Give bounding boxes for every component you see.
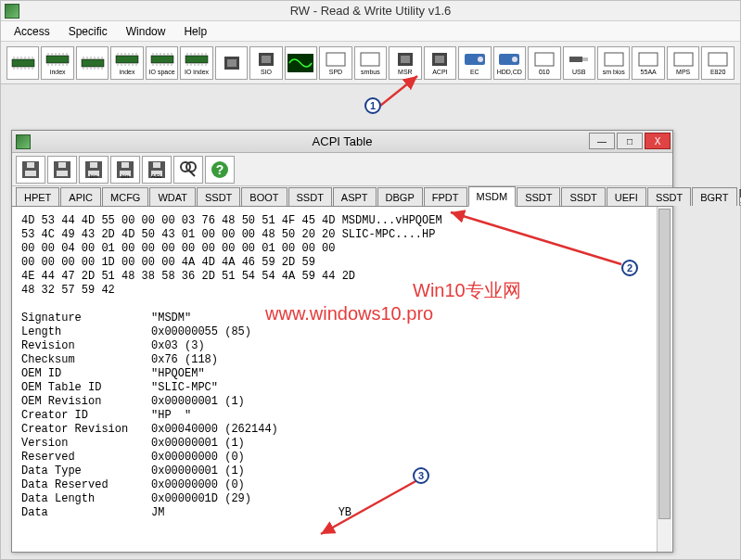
hex-line: 4E 44 47 2D 51 48 38 58 36 2D 51 54 54 4…	[21, 270, 663, 284]
index-icon[interactable]: index	[41, 46, 73, 80]
wave-icon[interactable]	[285, 46, 317, 80]
annotation-badge-2: 2	[621, 260, 638, 276]
io-index-icon[interactable]: IO index	[180, 46, 212, 80]
tab-boot[interactable]: BOOT	[241, 187, 287, 206]
ec-icon[interactable]: EC	[458, 46, 491, 80]
minimize-button[interactable]: —	[589, 133, 615, 149]
tab-fpdt[interactable]: FPDT	[424, 187, 467, 206]
smbios-icon[interactable]: sm bios	[597, 46, 630, 80]
menu-access[interactable]: Access	[6, 23, 57, 40]
app-title: RW - Read & Write Utility v1.6	[290, 4, 452, 18]
acpi-window-title: ACPI Table	[313, 134, 373, 148]
svg-rect-105	[709, 53, 727, 66]
field-row нow: Creator ID"HP "	[21, 409, 663, 423]
field-row нow: OEM Revision0x00000001 (1)	[21, 395, 663, 409]
menubar: Access Specific Window Help	[1, 21, 740, 42]
titlebar: RW - Read & Write Utility v1.6	[1, 1, 740, 21]
find-icon[interactable]	[173, 156, 203, 184]
tab-ssdt[interactable]: SSDT	[647, 187, 691, 206]
field-row нow: Revision0x03 (3)	[21, 339, 663, 353]
field-row нow: Creator Revision0x00040000 (262144)	[21, 423, 663, 437]
annotation-badge-3: 3	[413, 467, 429, 484]
annotation-badge-1: 1	[364, 97, 381, 114]
svg-rect-0	[12, 59, 34, 67]
app-icon	[5, 4, 19, 19]
svg-rect-89	[326, 53, 345, 66]
tab-aspt[interactable]: ASPT	[333, 187, 377, 206]
svg-rect-56	[151, 56, 173, 63]
e820-icon[interactable]: E820	[701, 46, 734, 80]
menu-specific[interactable]: Specific	[61, 23, 115, 40]
vertical-scrollbar[interactable]	[657, 207, 671, 552]
io-space-icon[interactable]: IO space	[146, 46, 178, 80]
hex-line: 4D 53 44 4D 55 00 00 00 03 76 48 50 51 4…	[21, 214, 663, 228]
mem2-icon[interactable]	[76, 46, 109, 80]
bin-all-icon[interactable]: bin	[110, 156, 140, 184]
tab-msdm[interactable]: MSDM	[468, 186, 517, 207]
spd-icon[interactable]: SPD	[319, 46, 351, 80]
save-icon[interactable]	[16, 156, 45, 184]
hdd-icon[interactable]: HDD,CD	[493, 46, 526, 80]
svg-rect-28	[82, 59, 104, 67]
field-row нow: Version0x00000001 (1)	[21, 437, 663, 451]
tab-wdat[interactable]: WDAT	[149, 187, 196, 206]
field-row нow: Checksum0x76 (118)	[21, 353, 663, 367]
svg-rect-123	[153, 162, 160, 168]
maximize-button[interactable]: □	[617, 133, 643, 149]
hex-line: 53 4C 49 43 2D 4D 50 43 01 00 00 00 48 5…	[21, 228, 663, 242]
svg-rect-92	[401, 56, 410, 63]
help-icon[interactable]: ?	[205, 156, 235, 184]
hex-line: 00 00 04 00 01 00 00 00 00 00 00 00 01 0…	[21, 242, 663, 256]
svg-text:bin: bin	[90, 173, 97, 179]
svg-rect-85	[227, 59, 236, 67]
svg-point-98	[512, 57, 517, 62]
tab-uefi[interactable]: UEFI	[607, 187, 646, 206]
field-row нow: OEM ID"HPQOEM"	[21, 367, 663, 381]
tab-apic[interactable]: APIC	[60, 187, 101, 206]
tab-dbgp[interactable]: DBGP	[377, 187, 423, 206]
svg-rect-70	[185, 56, 208, 63]
hex-line: 48 32 57 59 42	[21, 284, 663, 298]
mem-icon[interactable]	[6, 46, 39, 80]
svg-rect-102	[605, 53, 623, 66]
acpi-window-icon	[16, 134, 31, 149]
svg-rect-99	[535, 53, 554, 66]
smbus-icon[interactable]: smbus	[354, 46, 387, 80]
sio-icon[interactable]: SIO	[249, 46, 282, 80]
menu-help[interactable]: Help	[176, 23, 214, 40]
field-row нow: Signature"MSDM"	[21, 312, 663, 325]
save-all-icon[interactable]	[47, 156, 77, 184]
main-toolbar: indexindexIO spaceIO indexSIOSPDsmbusMSR…	[1, 42, 740, 84]
msr-icon[interactable]: MSR	[389, 46, 421, 80]
tab-mcfg[interactable]: MCFG	[102, 187, 148, 206]
acpi-icon[interactable]: ACPI	[424, 46, 456, 80]
tab-hpet[interactable]: HPET	[16, 187, 59, 206]
acpi-titlebar[interactable]: ACPI Table — □ X	[12, 131, 672, 153]
pci-icon[interactable]	[215, 46, 248, 80]
censor-block-2	[172, 529, 320, 543]
svg-text:bin: bin	[121, 173, 129, 179]
censor-block-1	[445, 459, 629, 513]
svg-rect-112	[58, 162, 66, 168]
svg-rect-101	[582, 57, 588, 61]
bin-icon[interactable]: bin	[79, 156, 109, 184]
field-row нow: Length0x00000055 (85)	[21, 325, 663, 339]
close-button[interactable]: X	[645, 133, 671, 149]
index2-icon[interactable]: index	[110, 46, 143, 80]
55aa-icon[interactable]: 55AA	[632, 46, 664, 80]
asl-icon[interactable]: ASL	[142, 156, 172, 184]
010-icon[interactable]: 010	[528, 46, 560, 80]
tab-strip: HPETAPICMCFGWDATSSDTBOOTSSDTASPTDBGPFPDT…	[12, 186, 672, 207]
svg-rect-115	[90, 162, 97, 168]
usb-icon[interactable]: USB	[563, 46, 595, 80]
svg-rect-94	[435, 56, 444, 63]
tab-bgrt[interactable]: BGRT	[692, 187, 736, 206]
tab-ssdt[interactable]: SSDT	[561, 187, 605, 206]
svg-rect-103	[639, 53, 658, 66]
tab-ssdt[interactable]: SSDT	[288, 187, 332, 206]
tab-ssdt[interactable]: SSDT	[197, 187, 240, 206]
tab-ssdt[interactable]: SSDT	[517, 187, 560, 206]
svg-text:ASL: ASL	[151, 173, 162, 179]
mps-icon[interactable]: MPS	[667, 46, 699, 80]
menu-window[interactable]: Window	[119, 23, 173, 40]
